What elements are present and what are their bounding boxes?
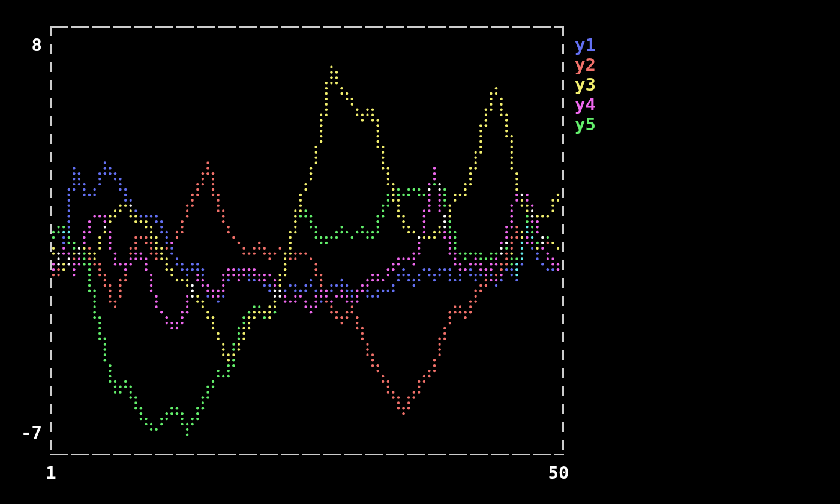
plot-border-left <box>50 26 52 455</box>
plot-border-bottom <box>50 454 564 455</box>
legend-item-y4: y4 <box>575 95 596 115</box>
y-axis-min-label: -7 <box>0 423 42 443</box>
plot-border-top <box>50 26 564 28</box>
chart-dots-canvas <box>0 0 840 504</box>
x-axis-max-label: 50 <box>547 463 571 483</box>
legend: y1 y2 y3 y4 y5 <box>575 35 596 134</box>
plot-border-right <box>562 26 564 455</box>
terminal-plot-screen: 8 -7 1 50 y1 y2 y3 y4 y5 <box>0 0 840 504</box>
legend-item-y2: y2 <box>575 55 596 75</box>
y-axis-max-label: 8 <box>0 35 42 55</box>
legend-item-y1: y1 <box>575 35 596 55</box>
legend-item-y5: y5 <box>575 115 596 134</box>
legend-item-y3: y3 <box>575 75 596 95</box>
x-axis-min-label: 1 <box>39 463 63 483</box>
